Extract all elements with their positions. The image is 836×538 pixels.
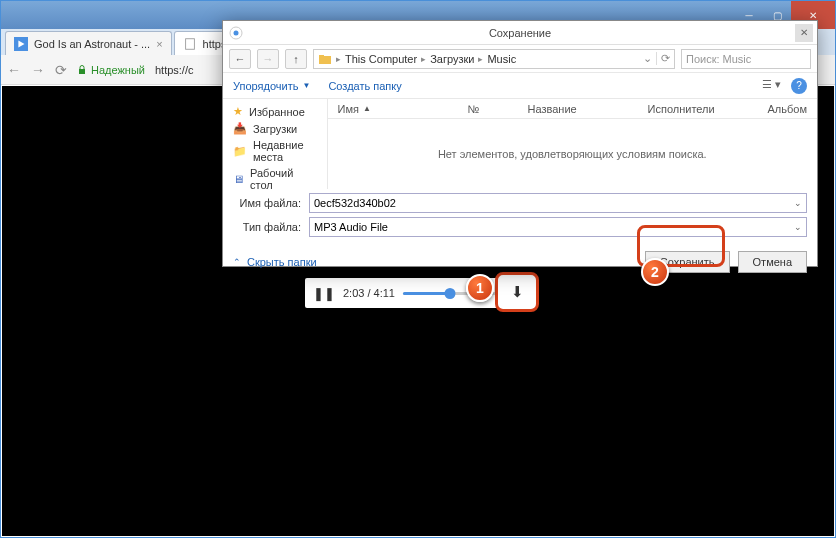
svg-rect-1	[185, 38, 194, 49]
column-header[interactable]: Название	[528, 103, 628, 115]
breadcrumb-segment[interactable]: Загрузки	[430, 53, 474, 65]
folder-icon	[318, 52, 332, 66]
breadcrumb-dropdown-icon[interactable]: ⌄	[643, 52, 652, 65]
organize-label: Упорядочить	[233, 80, 298, 92]
chevron-down-icon: ▼	[302, 81, 310, 90]
lock-icon	[77, 65, 87, 75]
search-input[interactable]: Поиск: Music	[681, 49, 811, 69]
dialog-nav: ← → ↑ ▸ This Computer ▸ Загрузки ▸ Music…	[223, 45, 817, 73]
filename-label: Имя файла:	[233, 197, 309, 209]
dialog-footer: ⌃ Скрыть папки Сохранить Отмена	[223, 245, 817, 279]
sort-icon: ▲	[363, 104, 371, 113]
organize-menu[interactable]: Упорядочить ▼	[233, 80, 310, 92]
player-time: 2:03 / 4:11	[343, 287, 395, 299]
column-header[interactable]: №	[468, 103, 508, 115]
chrome-icon	[229, 26, 243, 40]
view-options-icon[interactable]: ☰ ▾	[762, 78, 781, 94]
empty-message: Нет элементов, удовлетворяющих условиям …	[328, 119, 817, 189]
page-icon	[183, 37, 197, 51]
tab-label: God Is an Astronaut - ...	[34, 38, 150, 50]
sidebar-label: Избранное	[249, 106, 305, 118]
chevron-right-icon: ▸	[336, 54, 341, 64]
filetype-value: MP3 Audio File	[314, 221, 388, 233]
hide-folders-label: Скрыть папки	[247, 256, 317, 268]
filename-input[interactable]: 0ecf532d340b02⌄	[309, 193, 807, 213]
svg-point-4	[234, 30, 239, 35]
sidebar-item-downloads[interactable]: 📥Загрузки	[223, 120, 327, 137]
chevron-right-icon: ▸	[478, 54, 483, 64]
file-list-area: Имя▲ № Название Исполнители Альбом Нет э…	[328, 99, 817, 189]
dialog-title: Сохранение	[489, 27, 551, 39]
play-icon	[14, 37, 28, 51]
column-headers: Имя▲ № Название Исполнители Альбом	[328, 99, 817, 119]
seek-thumb[interactable]	[444, 288, 455, 299]
sidebar-item-recent[interactable]: 📁Недавние места	[223, 137, 327, 165]
dialog-close-button[interactable]: ✕	[795, 24, 813, 42]
svg-rect-2	[79, 69, 85, 74]
breadcrumb[interactable]: ▸ This Computer ▸ Загрузки ▸ Music ⌄ ⟳	[313, 49, 675, 69]
svg-rect-6	[319, 55, 324, 57]
column-header[interactable]: Альбом	[768, 103, 807, 115]
cancel-button[interactable]: Отмена	[738, 251, 807, 273]
folder-icon: 📁	[233, 145, 247, 158]
url-text: https://c	[155, 64, 194, 76]
secure-label: Надежный	[91, 64, 145, 76]
forward-icon[interactable]: →	[31, 62, 45, 78]
chevron-up-icon: ⌃	[233, 257, 241, 267]
star-icon: ★	[233, 105, 243, 118]
dialog-titlebar: Сохранение ✕	[223, 21, 817, 45]
help-icon[interactable]: ?	[791, 78, 807, 94]
filetype-label: Тип файла:	[233, 221, 309, 233]
filetype-select[interactable]: MP3 Audio File⌄	[309, 217, 807, 237]
breadcrumb-segment[interactable]: This Computer	[345, 53, 417, 65]
folder-icon: 📥	[233, 122, 247, 135]
back-icon[interactable]: ←	[7, 62, 21, 78]
sidebar-item-desktop[interactable]: 🖥Рабочий стол	[223, 165, 327, 193]
seek-fill	[403, 292, 450, 295]
hide-folders-toggle[interactable]: ⌃ Скрыть папки	[233, 256, 317, 268]
column-header[interactable]: Исполнители	[648, 103, 748, 115]
breadcrumb-segment[interactable]: Music	[487, 53, 516, 65]
chevron-right-icon: ▸	[421, 54, 426, 64]
chevron-down-icon[interactable]: ⌄	[794, 198, 802, 208]
column-header[interactable]: Имя▲	[338, 103, 448, 115]
new-folder-button[interactable]: Создать папку	[328, 80, 401, 92]
nav-forward-button[interactable]: →	[257, 49, 279, 69]
reload-icon[interactable]: ⟳	[55, 62, 67, 78]
desktop-icon: 🖥	[233, 173, 244, 185]
sidebar-label: Загрузки	[253, 123, 297, 135]
dialog-sidebar: ★Избранное 📥Загрузки 📁Недавние места 🖥Ра…	[223, 99, 328, 189]
filename-value: 0ecf532d340b02	[314, 197, 396, 209]
secure-indicator: Надежный	[77, 64, 145, 76]
sidebar-label: Недавние места	[253, 139, 317, 163]
dialog-toolbar: Упорядочить ▼ Создать папку ☰ ▾ ?	[223, 73, 817, 99]
chevron-down-icon[interactable]: ⌄	[794, 222, 802, 232]
tab-close-icon[interactable]: ×	[156, 38, 162, 50]
dialog-fields: Имя файла: 0ecf532d340b02⌄ Тип файла: MP…	[223, 189, 817, 245]
sidebar-label: Рабочий стол	[250, 167, 317, 191]
new-folder-label: Создать папку	[328, 80, 401, 92]
nav-back-button[interactable]: ←	[229, 49, 251, 69]
sidebar-item-favorites[interactable]: ★Избранное	[223, 103, 327, 120]
pause-icon[interactable]: ❚❚	[313, 286, 335, 301]
dialog-body: ★Избранное 📥Загрузки 📁Недавние места 🖥Ра…	[223, 99, 817, 189]
callout-1: 1	[466, 274, 494, 302]
nav-up-button[interactable]: ↑	[285, 49, 307, 69]
download-icon[interactable]: ⬇	[511, 283, 524, 301]
browser-tab[interactable]: God Is an Astronaut - ... ×	[5, 31, 172, 55]
save-dialog: Сохранение ✕ ← → ↑ ▸ This Computer ▸ Заг…	[222, 20, 818, 267]
refresh-icon[interactable]: ⟳	[656, 52, 670, 65]
callout-2: 2	[641, 258, 669, 286]
svg-rect-5	[319, 56, 331, 64]
search-placeholder: Поиск: Music	[686, 53, 751, 65]
